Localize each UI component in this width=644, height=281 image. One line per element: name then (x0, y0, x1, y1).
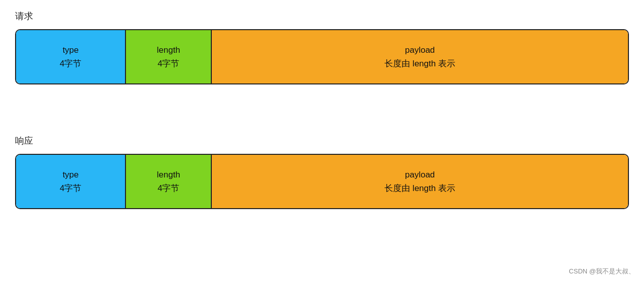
response-type-sub: 4字节 (60, 181, 81, 195)
response-section: 响应 type 4字节 length 4字节 payload 长度由 lengt… (15, 135, 629, 209)
response-length-block: length 4字节 (126, 155, 212, 208)
request-payload-label: payload (405, 43, 435, 57)
response-type-block: type 4字节 (16, 155, 126, 208)
request-payload-block: payload 长度由 length 表示 (212, 30, 628, 83)
request-label: 请求 (15, 10, 629, 22)
request-length-sub: 4字节 (158, 57, 179, 70)
response-payload-label: payload (405, 168, 435, 181)
response-payload-sub: 长度由 length 表示 (384, 181, 455, 195)
response-label: 响应 (15, 135, 629, 147)
request-type-sub: 4字节 (60, 57, 81, 70)
response-diagram: type 4字节 length 4字节 payload 长度由 length 表… (15, 154, 629, 209)
response-payload-block: payload 长度由 length 表示 (212, 155, 628, 208)
request-type-label: type (63, 43, 79, 57)
response-length-sub: 4字节 (158, 181, 179, 195)
response-length-label: length (157, 168, 180, 181)
request-diagram: type 4字节 length 4字节 payload 长度由 length 表… (15, 29, 629, 84)
response-type-label: type (63, 168, 79, 181)
request-section: 请求 type 4字节 length 4字节 payload 长度由 lengt… (15, 10, 629, 84)
gap-spacer (15, 105, 629, 135)
watermark: CSDN @我不是大叔、 (569, 267, 635, 276)
request-payload-sub: 长度由 length 表示 (384, 57, 455, 70)
request-length-label: length (157, 43, 180, 57)
request-type-block: type 4字节 (16, 30, 126, 83)
request-length-block: length 4字节 (126, 30, 212, 83)
